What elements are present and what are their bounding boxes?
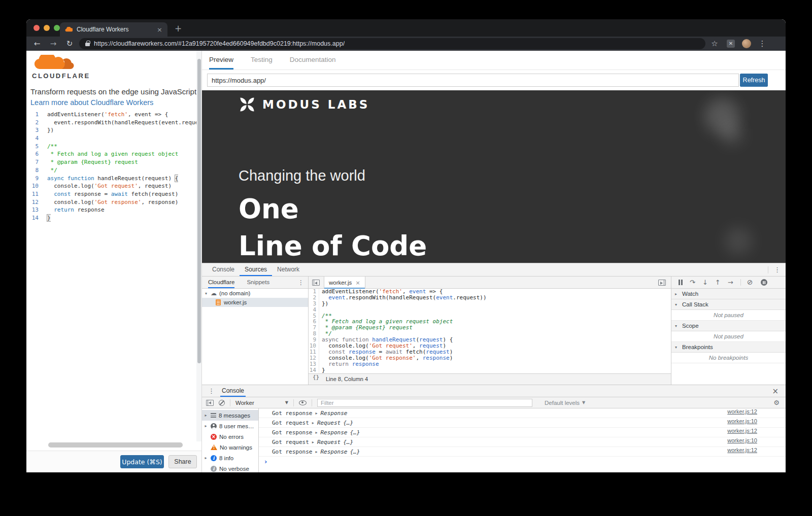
line-number[interactable]: 5 [26, 143, 44, 151]
preview-url-input[interactable] [207, 74, 739, 87]
line-number[interactable]: 10 [26, 182, 44, 190]
console-filter-input[interactable] [317, 399, 532, 407]
console-filter-item[interactable]: ▸No warnings [202, 442, 258, 453]
source-link[interactable]: worker.js:10 [727, 437, 757, 443]
profile-avatar[interactable] [742, 39, 751, 48]
console-settings-gear-icon[interactable]: ⚙ [773, 397, 780, 408]
refresh-button[interactable]: Refresh [740, 74, 768, 87]
step-into-icon[interactable] [702, 279, 708, 286]
editor-horizontal-scrollbar[interactable] [48, 442, 183, 448]
deactivate-breakpoints-icon[interactable] [740, 279, 754, 286]
tab-documentation[interactable]: Documentation [290, 51, 336, 70]
console-prompt[interactable]: › [259, 457, 786, 466]
source-link[interactable]: worker.js:12 [727, 447, 757, 453]
pause-icon[interactable] [679, 280, 683, 285]
line-number[interactable]: 4 [309, 307, 319, 313]
source-link[interactable]: worker.js:10 [727, 418, 757, 424]
line-number[interactable]: 3 [26, 126, 44, 134]
console-filter-item[interactable]: ▸8 messages [202, 410, 258, 421]
window-minimize-button[interactable] [44, 25, 50, 31]
pause-on-exceptions-icon[interactable] [761, 279, 767, 286]
sidebar-section-header[interactable]: ▾Scope [671, 321, 786, 331]
sidebar-section-header[interactable]: ▾Call Stack [671, 299, 786, 310]
browser-tab[interactable]: Cloudflare Workers × [60, 22, 167, 37]
devtools-tab-network[interactable]: Network [272, 263, 304, 276]
bookmark-star-icon[interactable]: ☆ [709, 37, 720, 51]
drawer-tab-console[interactable]: Console [220, 385, 246, 397]
line-number[interactable]: 14 [26, 214, 44, 222]
source-link[interactable]: worker.js:12 [727, 408, 757, 415]
pretty-print-icon[interactable]: {} [313, 374, 319, 381]
collapse-navigator-icon[interactable] [312, 280, 320, 286]
tab-close-icon[interactable]: × [157, 26, 162, 33]
navigator-tab-snippets[interactable]: Snippets [247, 277, 269, 288]
forward-icon[interactable]: → [48, 37, 59, 51]
new-tab-button[interactable]: + [175, 21, 182, 36]
line-number[interactable]: 2 [26, 119, 44, 127]
line-number[interactable]: 12 [26, 198, 44, 207]
line-number[interactable]: 1 [26, 111, 44, 119]
line-number[interactable]: 2 [309, 295, 319, 301]
line-number[interactable]: 9 [26, 175, 44, 183]
line-number[interactable]: 7 [26, 158, 44, 166]
line-number[interactable]: 11 [26, 190, 44, 198]
console-filter-item[interactable]: ▸8 info [202, 453, 258, 463]
line-number[interactable]: 8 [26, 166, 44, 175]
drawer-menu-icon[interactable]: ⋮ [208, 385, 215, 397]
step-out-icon[interactable] [715, 279, 721, 286]
editor-vertical-scrollbar[interactable] [197, 59, 201, 363]
show-console-sidebar-icon[interactable] [206, 400, 214, 406]
close-drawer-icon[interactable]: × [772, 385, 779, 397]
line-number[interactable]: 12 [309, 355, 319, 361]
tree-row-worker-js[interactable]: worker.js [202, 298, 308, 307]
learn-more-link[interactable]: Learn more about Cloudflare Workers [30, 98, 153, 107]
execution-context-selector[interactable]: Worker ▼ [235, 400, 288, 406]
editor-tab-worker-js[interactable]: worker.js × [324, 277, 365, 289]
expand-triangle-icon[interactable]: ▸ [315, 430, 317, 435]
show-debugger-icon[interactable] [658, 280, 666, 286]
console-filter-item[interactable]: ▸8 user mes… [202, 421, 258, 431]
share-button[interactable]: Share [168, 455, 197, 468]
log-levels-selector[interactable]: Default levels ▼ [545, 400, 585, 406]
line-number[interactable]: 13 [26, 206, 44, 214]
reload-icon[interactable]: ↻ [64, 37, 75, 51]
expand-triangle-icon[interactable]: ▸ [315, 450, 317, 454]
browser-menu-icon[interactable]: ⋮ [757, 37, 767, 51]
window-zoom-button[interactable] [54, 25, 60, 31]
clear-console-icon[interactable] [219, 400, 225, 406]
tree-row-domain[interactable]: ▾ ☁ (no domain) [202, 289, 308, 298]
back-icon[interactable]: ← [31, 37, 43, 51]
navigator-menu-icon[interactable]: ⋮ [298, 277, 304, 289]
devtools-tab-console[interactable]: Console [207, 263, 240, 276]
line-number[interactable]: 13 [309, 361, 319, 367]
line-number[interactable]: 3 [309, 301, 319, 307]
expand-triangle-icon[interactable]: ▸ [312, 421, 314, 425]
live-expression-eye-icon[interactable] [299, 400, 307, 405]
step-over-icon[interactable] [690, 279, 695, 286]
line-number[interactable]: 6 [26, 150, 44, 158]
expand-triangle-icon[interactable]: ▸ [315, 411, 317, 416]
sidebar-section-header[interactable]: ▾Breakpoints [671, 342, 786, 353]
navigator-tab-cloudflare[interactable]: Cloudflare [208, 277, 234, 288]
address-bar[interactable]: https://cloudflareworkers.com/#12a919572… [79, 38, 705, 49]
devtools-tab-sources[interactable]: Sources [240, 263, 272, 276]
sidebar-section-header[interactable]: ▸Watch [671, 289, 786, 299]
console-filter-item[interactable]: ▸No verbose [202, 463, 258, 472]
devtools-code-editor[interactable]: 1addEventListener('fetch', event => {2 e… [309, 289, 671, 373]
source-link[interactable]: worker.js:12 [727, 428, 757, 434]
line-number[interactable]: 11 [309, 349, 319, 355]
console-filter-item[interactable]: ▸No errors [202, 431, 258, 442]
update-button[interactable]: Update (⌘S) [120, 455, 164, 468]
step-icon[interactable] [728, 279, 733, 286]
tab-testing[interactable]: Testing [251, 51, 273, 70]
close-tab-ic[interactable]: × [355, 280, 360, 286]
divider [293, 399, 294, 406]
devtools-menu-icon[interactable]: ⋮ [774, 263, 781, 277]
expand-triangle-icon[interactable]: ▸ [312, 440, 314, 444]
tab-preview[interactable]: Preview [209, 51, 233, 70]
workers-code-editor[interactable]: 1addEventListener('fetch', event => {2 e… [26, 111, 198, 224]
line-number[interactable]: 4 [26, 134, 44, 143]
line-number[interactable]: 14 [309, 367, 319, 373]
extension-icon[interactable]: ✕ [727, 40, 735, 48]
window-close-button[interactable] [33, 25, 40, 31]
